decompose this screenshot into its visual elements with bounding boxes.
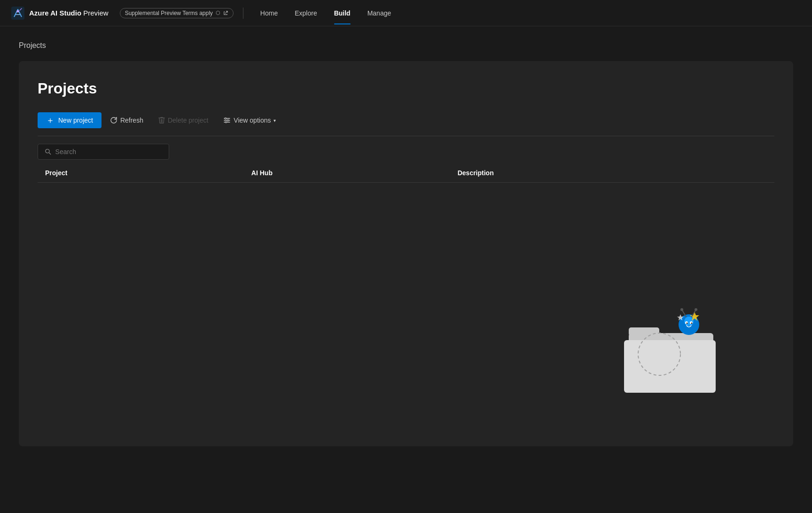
nav-manage[interactable]: Manage (360, 7, 399, 20)
svg-point-25 (691, 323, 693, 324)
preview-terms-badge[interactable]: Supplemental Preview Terms apply ⬡ (120, 8, 234, 18)
svg-point-24 (687, 323, 688, 324)
refresh-label: Refresh (120, 117, 143, 124)
plus-icon: ＋ (46, 116, 55, 124)
delete-project-button[interactable]: Delete project (152, 113, 215, 128)
page-content: Projects Projects ＋ New project Refresh (0, 26, 812, 461)
svg-rect-11 (629, 327, 659, 336)
svg-rect-0 (11, 7, 24, 20)
view-options-label: View options (234, 117, 271, 124)
search-input[interactable] (55, 148, 162, 155)
nav-home[interactable]: Home (253, 7, 285, 20)
empty-folder-illustration (615, 286, 727, 399)
column-project: Project (45, 169, 251, 177)
svg-point-7 (226, 122, 227, 123)
svg-point-15 (684, 317, 694, 326)
refresh-icon (110, 117, 117, 124)
table-header: Project AI Hub Description (38, 163, 774, 183)
svg-rect-12 (624, 340, 716, 393)
external-link-icon: ⬡ (216, 10, 220, 16)
new-project-button[interactable]: ＋ New project (38, 112, 102, 128)
new-project-label: New project (58, 117, 93, 124)
svg-point-19 (680, 308, 683, 311)
search-container (38, 136, 774, 160)
refresh-button[interactable]: Refresh (103, 113, 150, 128)
search-input-wrapper (38, 144, 169, 160)
column-description: Description (458, 169, 767, 177)
chevron-down-icon: ▾ (273, 118, 276, 123)
nav-build[interactable]: Build (327, 7, 358, 20)
azure-ai-studio-logo-icon (11, 7, 24, 20)
trash-icon (158, 117, 165, 124)
projects-toolbar: ＋ New project Refresh Delete project (38, 112, 774, 136)
preview-terms-text: Supplemental Preview Terms apply (125, 10, 213, 16)
brand-name-text: Azure AI Studio Preview (29, 9, 109, 17)
external-link-icon (223, 10, 228, 16)
projects-card-title: Projects (38, 80, 774, 97)
svg-line-9 (49, 153, 51, 155)
breadcrumb: Projects (19, 41, 793, 50)
nav-divider (243, 8, 243, 19)
sliders-icon (223, 117, 231, 124)
nav-explore[interactable]: Explore (287, 7, 324, 20)
svg-point-6 (227, 120, 229, 121)
projects-card: Projects ＋ New project Refresh Delete pr (19, 61, 793, 446)
svg-point-1 (17, 10, 19, 12)
empty-state (38, 183, 774, 399)
search-icon (45, 148, 52, 155)
top-navigation: Azure AI Studio Preview Supplemental Pre… (0, 0, 812, 26)
delete-project-label: Delete project (168, 117, 208, 124)
column-ai-hub: AI Hub (251, 169, 458, 177)
brand-logo-area: Azure AI Studio Preview (11, 7, 109, 20)
nav-links: Home Explore Build Manage (253, 7, 801, 20)
view-options-button[interactable]: View options ▾ (217, 113, 282, 128)
svg-point-5 (225, 118, 226, 119)
svg-point-21 (695, 308, 697, 311)
